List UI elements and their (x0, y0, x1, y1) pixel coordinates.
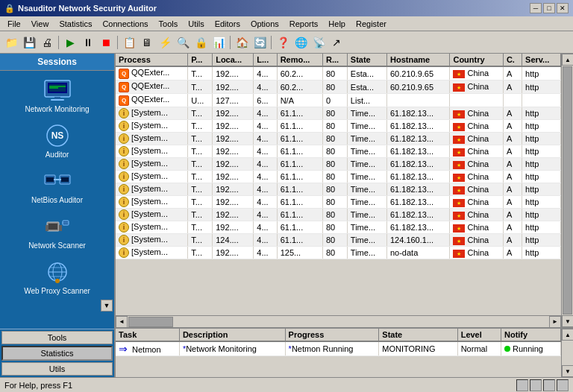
scroll-down[interactable]: ▼ (562, 315, 573, 327)
tasks-col-desc[interactable]: Description (179, 329, 285, 341)
sidebar-item-web-proxy[interactable]: Web Proxy Scanner (0, 253, 114, 298)
tasks-col-task[interactable]: Task (116, 329, 179, 341)
col-l[interactable]: L... (254, 54, 277, 66)
cell-p: T... (188, 133, 213, 145)
cell-remote: 61.1... (277, 120, 322, 133)
utils-button[interactable]: Utils (1, 362, 113, 376)
table-row[interactable]: i [System... T... 192.... 4... 61.1... 8… (116, 107, 561, 120)
sidebar-item-network-scanner[interactable]: Network Scanner (0, 207, 114, 253)
cell-country: ★ China (450, 158, 503, 171)
maximize-button[interactable]: □ (543, 3, 555, 13)
col-serv[interactable]: Serv... (522, 54, 561, 66)
table-row[interactable]: i [System... T... 124.... 4... 61.1... 8… (116, 234, 561, 247)
scroll-h-thumb[interactable] (128, 317, 173, 327)
menu-utils[interactable]: Utils (184, 19, 208, 29)
cell-state: Esta... (347, 80, 386, 94)
tasks-col-level[interactable]: Level (457, 329, 501, 341)
toolbar-help[interactable]: ❓ (275, 34, 291, 51)
cell-p: T... (188, 158, 213, 171)
table-row[interactable]: i [System... T... 192.... 4... 61.1... 8… (116, 120, 561, 133)
col-r[interactable]: R... (322, 54, 347, 66)
menu-view[interactable]: View (27, 19, 54, 29)
sidebar-item-auditor[interactable]: NS Auditor (0, 116, 114, 162)
menu-register[interactable]: Register (351, 19, 391, 29)
minimize-button[interactable]: ─ (530, 3, 542, 13)
menu-help[interactable]: Help (324, 19, 350, 29)
table-row[interactable]: i [System... T... 192.... 4... 61.1... 8… (116, 133, 561, 145)
scroll-up[interactable]: ▲ (562, 54, 573, 66)
menu-connections[interactable]: Connections (98, 19, 152, 29)
cell-local: 192.... (213, 120, 254, 133)
sidebar-item-netbios[interactable]: NetBios Auditor (0, 162, 114, 207)
toolbar-refresh[interactable]: 🔄 (251, 34, 268, 51)
tasks-col-progress[interactable]: Progress (285, 329, 379, 341)
table-row[interactable]: i [System... T... 192.... 4... 61.1... 8… (116, 221, 561, 234)
sidebar-item-network-monitoring[interactable]: Network Monitoring (0, 71, 114, 116)
cell-country: ★ China (450, 80, 503, 94)
tools-button[interactable]: Tools (1, 331, 113, 344)
table-row[interactable]: Q QQExter... T... 192.... 4... 60.2... 8… (116, 66, 561, 80)
table-row[interactable]: i [System... T... 192.... 4... 61.1... 8… (116, 145, 561, 158)
menu-tools[interactable]: Tools (154, 19, 183, 29)
auditor-icon: NS (43, 122, 72, 149)
statistics-button[interactable]: Statistics (1, 346, 113, 361)
col-hostname[interactable]: Hostname (386, 54, 449, 66)
network-tbody: Q QQExter... T... 192.... 4... 60.2... 8… (116, 66, 561, 259)
toolbar-web[interactable]: 🌐 (292, 34, 309, 51)
close-button[interactable]: ✕ (557, 3, 569, 13)
toolbar-stop[interactable]: ⏹ (98, 34, 114, 51)
toolbar-start[interactable]: ▶ (62, 34, 78, 51)
status-icon-4 (557, 379, 569, 391)
toolbar-scan[interactable]: 🔍 (175, 34, 191, 51)
cell-p: T... (188, 120, 213, 133)
table-row[interactable]: Q QQExter... T... 192.... 4... 60.2... 8… (116, 80, 561, 94)
tasks-scroll-down[interactable]: ▼ (562, 365, 573, 377)
col-process[interactable]: Process (116, 54, 188, 66)
status-icon-1 (516, 379, 528, 391)
menu-options[interactable]: Options (246, 19, 284, 29)
table-row[interactable]: i [System... T... 192.... 4... 61.1... 8… (116, 209, 561, 221)
table-row[interactable]: i [System... T... 192.... 4... 61.1... 8… (116, 158, 561, 171)
toolbar-network[interactable]: 📡 (310, 34, 327, 51)
menu-file[interactable]: File (3, 19, 25, 29)
toolbar-monitor[interactable]: 🖥 (139, 34, 155, 51)
toolbar-pause[interactable]: ⏸ (80, 34, 96, 51)
scroll-right[interactable]: ► (549, 316, 561, 328)
toolbar-save[interactable]: 💾 (21, 34, 37, 51)
toolbar-lightning[interactable]: ⚡ (157, 34, 173, 51)
toolbar-export[interactable]: ↗ (328, 34, 345, 51)
cell-c: A (503, 196, 522, 209)
scroll-left[interactable]: ◄ (116, 316, 128, 328)
network-table-scroll[interactable]: Process P... Loca... L... Remo... R... S… (116, 54, 561, 315)
toolbar-new[interactable]: 📁 (3, 34, 19, 51)
toolbar-security[interactable]: 🔒 (192, 34, 209, 51)
col-local[interactable]: Loca... (213, 54, 254, 66)
menu-statistics[interactable]: Statistics (54, 19, 96, 29)
table-row[interactable]: i [System... T... 192.... 4... 61.1... 8… (116, 171, 561, 183)
cell-process: i [System... (116, 221, 188, 234)
table-row[interactable]: ⇒ Netmon *Network Monitoring *Netmon Run… (116, 341, 561, 356)
col-country[interactable]: Country (450, 54, 503, 66)
toolbar-clipboard[interactable]: 📋 (121, 34, 137, 51)
toolbar-print[interactable]: 🖨 (39, 34, 55, 51)
sessions-scroll-down[interactable]: ▼ (101, 300, 113, 312)
table-row[interactable]: Q QQExter... U... 127.... 6... N/A 0 Lis… (116, 94, 561, 107)
tasks-col-notify[interactable]: Notify (501, 329, 560, 341)
cell-l: 4... (254, 158, 277, 171)
table-row[interactable]: i [System... T... 192.... 4... 61.1... 8… (116, 196, 561, 209)
cell-local: 192.... (213, 183, 254, 196)
table-row[interactable]: i [System... T... 192.... 4... 125... 80… (116, 247, 561, 259)
col-state[interactable]: State (347, 54, 386, 66)
col-p[interactable]: P... (188, 54, 213, 66)
col-remote[interactable]: Remo... (277, 54, 322, 66)
toolbar-home[interactable]: 🏠 (234, 34, 250, 51)
toolbar-chart[interactable]: 📊 (210, 34, 227, 51)
tasks-scroll-up[interactable]: ▲ (562, 329, 573, 341)
menu-editors[interactable]: Editors (210, 19, 245, 29)
table-row[interactable]: i [System... T... 192.... 4... 61.1... 8… (116, 183, 561, 196)
scroll-v-thumb[interactable] (563, 66, 572, 314)
menu-reports[interactable]: Reports (285, 19, 323, 29)
col-c[interactable]: C. (503, 54, 522, 66)
cell-r: 80 (322, 133, 347, 145)
tasks-col-state[interactable]: State (379, 329, 457, 341)
